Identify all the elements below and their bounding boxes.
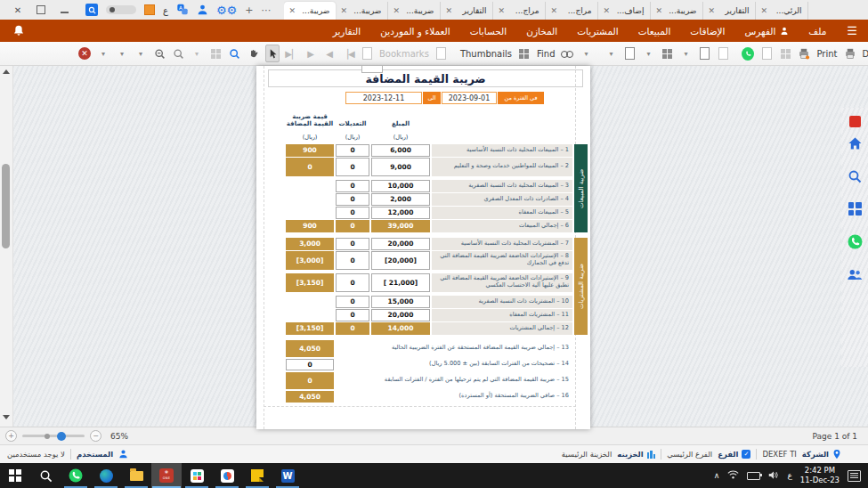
zoom-in-icon[interactable]	[228, 45, 240, 61]
red-square-icon[interactable]	[849, 116, 861, 127]
menu-item-5[interactable]: المخازن	[516, 20, 567, 42]
vertical-scrollbar[interactable]	[0, 66, 13, 427]
menu-item-8[interactable]: التقارير	[323, 20, 371, 42]
company-item[interactable]: الشركة	[802, 449, 841, 460]
settings-gears-icon[interactable]: ⚙⚙	[216, 4, 237, 16]
restore-window-icon[interactable]	[37, 5, 45, 14]
edge-icon[interactable]	[91, 463, 121, 488]
nav-last-icon[interactable]: ▕◀	[342, 45, 354, 61]
whatsapp-taskbar-icon[interactable]	[61, 463, 91, 488]
dropdown-icon[interactable]: ▾	[191, 45, 203, 61]
taskbar-search-icon[interactable]	[30, 463, 61, 488]
tab-close-icon[interactable]: ✕	[656, 6, 663, 15]
menu-item-6[interactable]: الحسابات	[460, 20, 516, 42]
tab-4[interactable]: ✕مراج...	[493, 2, 546, 20]
scroll-down-icon[interactable]	[3, 415, 10, 419]
tab-2[interactable]: ✕ضريبة...	[388, 2, 441, 20]
tab-5[interactable]: ✕مراج...	[546, 2, 598, 20]
tab-close-icon[interactable]: ✕	[341, 6, 348, 15]
hand-pan-icon[interactable]	[247, 45, 259, 61]
find-button[interactable]: Find	[537, 49, 556, 59]
dropdown-icon[interactable]: ▾	[97, 45, 110, 61]
windows-start-icon[interactable]	[0, 463, 30, 488]
branch-item[interactable]: ✓ الفرع	[718, 450, 750, 459]
hamburger-menu-icon[interactable]: ☰	[836, 24, 868, 37]
zoom-out-button[interactable]: −	[90, 430, 101, 442]
dropdown-icon[interactable]: ▾	[604, 45, 617, 61]
action-center-icon[interactable]	[848, 470, 861, 482]
tab-close-icon[interactable]: ✕	[289, 6, 296, 15]
sync-app-icon[interactable]	[212, 463, 242, 488]
zoom-slider-thumb[interactable]	[57, 432, 66, 441]
scrollbar-thumb[interactable]	[2, 164, 10, 248]
tab-close-icon[interactable]: ✕	[551, 6, 558, 15]
menu-item-7[interactable]: العملاء و الموردين	[370, 20, 459, 42]
battery-icon[interactable]	[747, 472, 760, 480]
dropdown-icon[interactable]: ▾	[134, 45, 147, 61]
tab-1[interactable]: ✕ضريبة...	[336, 2, 388, 20]
dropdown-icon[interactable]: ▾	[580, 45, 592, 61]
search-sidebar-icon[interactable]	[848, 169, 862, 183]
tab-close-icon[interactable]: ✕	[446, 6, 453, 15]
close-window-icon[interactable]: ✕	[12, 4, 23, 15]
more-tabs-icon[interactable]: ⋯	[262, 4, 272, 16]
dropdown-icon[interactable]: ▾	[642, 45, 654, 61]
zoom-in-button[interactable]: +	[5, 430, 17, 442]
tab-close-icon[interactable]: ✕	[499, 6, 506, 15]
quick-print-icon[interactable]	[798, 45, 810, 61]
tab-8[interactable]: ✕التقارير	[703, 2, 756, 20]
find-binoculars-icon[interactable]	[561, 49, 573, 58]
search-icon[interactable]	[85, 4, 98, 16]
tray-expand-icon[interactable]: ∧	[714, 471, 720, 480]
zoom-icon[interactable]	[172, 45, 184, 61]
orange-square-icon[interactable]	[144, 4, 155, 15]
select-cursor-icon[interactable]	[265, 45, 280, 62]
dropdown-icon[interactable]: ▾	[679, 45, 692, 61]
wifi-icon[interactable]	[727, 470, 739, 481]
sticky-notes-icon[interactable]	[242, 463, 272, 488]
toggle-slider[interactable]	[106, 5, 136, 14]
tab-close-icon[interactable]: ✕	[761, 6, 768, 15]
menu-item-3[interactable]: المبيعات	[629, 20, 681, 42]
print-button[interactable]: Print	[816, 49, 837, 59]
zoom-slider[interactable]	[22, 435, 85, 437]
scroll-up-icon[interactable]	[3, 69, 10, 74]
treasury-item[interactable]: الخزينه	[617, 450, 655, 459]
close-preview-icon[interactable]: ✕	[78, 47, 91, 60]
dexef-one-icon[interactable]: *ONE	[151, 463, 182, 488]
menu-item-4[interactable]: المشتريات	[567, 20, 629, 42]
scale-icon[interactable]	[662, 49, 672, 59]
file-explorer-icon[interactable]	[121, 463, 151, 488]
page-setup-icon[interactable]	[625, 47, 635, 60]
whatsapp-share-icon[interactable]	[742, 47, 754, 61]
word-icon[interactable]: W	[272, 463, 303, 488]
new-tab-icon[interactable]: +	[245, 4, 253, 16]
minimize-window-icon[interactable]	[61, 11, 69, 13]
tab-close-icon[interactable]: ✕	[604, 6, 611, 15]
thumbnails-icon[interactable]	[519, 49, 529, 59]
tab-0[interactable]: ✕ضريبة...	[284, 2, 336, 20]
speaker-icon[interactable]	[768, 470, 779, 482]
tab-9[interactable]: ✕الرئي...	[756, 2, 808, 20]
tab-6[interactable]: ✕إضاف...	[598, 2, 651, 20]
user-icon[interactable]	[197, 2, 208, 19]
apps-grid-icon[interactable]	[848, 202, 862, 216]
print-icon[interactable]	[844, 45, 856, 61]
home-icon[interactable]	[848, 136, 863, 150]
menu-item-0[interactable]: ملف	[799, 20, 836, 42]
whatsapp-icon[interactable]	[848, 234, 863, 249]
tab-close-icon[interactable]: ✕	[393, 6, 401, 15]
notifications-bell-icon[interactable]	[12, 24, 25, 37]
translate-icon[interactable]: A	[176, 2, 189, 19]
dropdown-icon[interactable]: ▾	[116, 45, 128, 61]
menu-item-1[interactable]: الفهرس	[734, 20, 799, 42]
users-icon[interactable]	[847, 268, 863, 281]
clock[interactable]: 2:42 PM 11-Dec-23	[800, 466, 840, 484]
tab-3[interactable]: ✕التقارير	[441, 2, 493, 20]
tab-close-icon[interactable]: ✕	[709, 6, 716, 15]
zoom-out-icon[interactable]	[153, 45, 166, 61]
tab-7[interactable]: ✕ضريبة...	[651, 2, 703, 20]
slack-icon[interactable]	[182, 463, 212, 488]
nav-prev-icon[interactable]: ◀	[323, 45, 336, 61]
thumbnails-button[interactable]: Thumbnails	[460, 49, 512, 59]
